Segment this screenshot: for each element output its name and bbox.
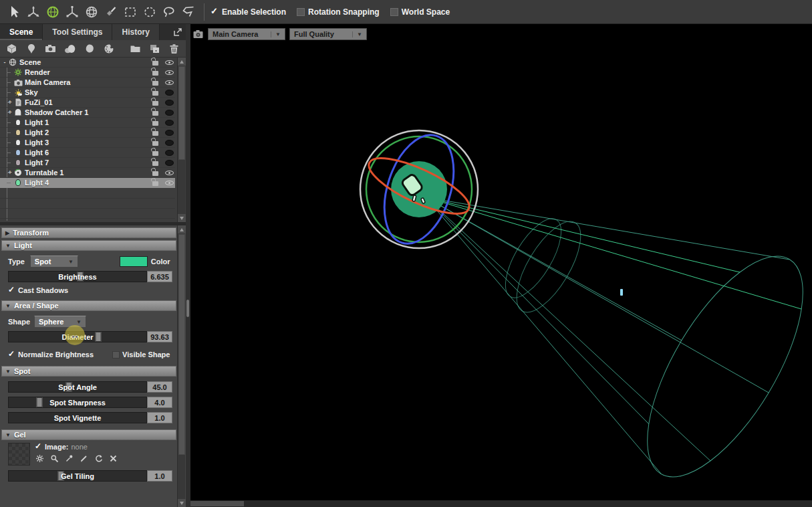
spot-angle-value-field[interactable]: 45.0 xyxy=(147,381,172,393)
brightness-value-field[interactable]: 6.635 xyxy=(147,271,172,282)
spot-vignette-value-field[interactable]: 1.0 xyxy=(147,412,172,423)
light-filter-button[interactable] xyxy=(25,43,37,55)
hscroll-thumb[interactable] xyxy=(190,501,244,506)
visible-shape-checkbox[interactable] xyxy=(112,351,120,359)
diameter-value-field[interactable]: 93.63 xyxy=(147,331,172,342)
visibility-eye-icon[interactable] xyxy=(165,130,174,136)
new-folder-button[interactable] xyxy=(129,43,142,55)
rotation-snapping-option[interactable]: Rotation Snapping xyxy=(297,7,380,17)
scroll-thumb[interactable] xyxy=(178,66,185,160)
light-type-dropdown[interactable]: Spot ▼ xyxy=(30,256,78,268)
environment-filter-button[interactable] xyxy=(63,43,76,55)
lock-icon[interactable] xyxy=(152,91,158,96)
duplicate-button[interactable] xyxy=(148,43,161,55)
visibility-eye-icon[interactable] xyxy=(165,100,174,106)
lock-icon[interactable] xyxy=(152,141,158,146)
move-tool-button[interactable] xyxy=(23,3,43,21)
enable-selection-option[interactable]: Enable Selection xyxy=(211,7,286,17)
visibility-eye-icon[interactable] xyxy=(165,170,174,176)
visible-shape-option[interactable]: Visible Shape xyxy=(112,350,170,359)
expander-icon[interactable]: - xyxy=(1,59,8,66)
tree-item-render[interactable]: Render xyxy=(0,68,175,78)
lock-icon[interactable] xyxy=(152,81,158,86)
gel-tiling-slider-track[interactable] xyxy=(8,470,147,482)
gel-image-checkbox[interactable] xyxy=(35,443,42,451)
lock-icon[interactable] xyxy=(152,61,158,66)
lock-icon[interactable] xyxy=(152,161,158,166)
brightness-slider-handle[interactable] xyxy=(78,272,84,282)
spot-sharpness-slider-track[interactable] xyxy=(8,397,147,408)
normalize-brightness-option[interactable]: Normalize Brightness xyxy=(8,350,94,359)
scroll-thumb[interactable] xyxy=(178,234,185,455)
tree-item-main-camera[interactable]: Main Camera xyxy=(0,78,175,88)
quality-select-dropdown[interactable]: Full Quality ▼ xyxy=(289,28,367,40)
rotation-snapping-checkbox[interactable] xyxy=(297,8,305,16)
marquee-select-tool-button[interactable] xyxy=(120,3,140,21)
tab-tool-settings[interactable]: Tool Settings xyxy=(43,24,112,40)
visibility-eye-icon[interactable] xyxy=(165,80,174,86)
properties-scrollbar[interactable] xyxy=(177,225,185,507)
diameter-slider-track[interactable] xyxy=(8,331,147,342)
cast-shadows-checkbox[interactable] xyxy=(8,287,15,294)
tree-item-light-3[interactable]: Light 3 xyxy=(0,138,175,148)
lock-icon[interactable] xyxy=(152,121,158,126)
gel-clear-button[interactable] xyxy=(108,453,118,464)
lock-icon[interactable] xyxy=(152,71,158,76)
gel-section-header[interactable]: ▼ Gel xyxy=(1,429,176,440)
delete-button[interactable] xyxy=(168,43,180,55)
shape-filter-button[interactable] xyxy=(83,43,96,55)
tree-item-shadow-catcher[interactable]: + Shadow Catcher 1 xyxy=(0,108,175,118)
polygon-select-tool-button[interactable] xyxy=(178,3,198,21)
lock-icon[interactable] xyxy=(152,101,158,106)
tree-item-light-2[interactable]: Light 2 xyxy=(0,128,175,138)
spot-sharpness-slider-handle[interactable] xyxy=(36,397,42,407)
lock-icon[interactable] xyxy=(152,181,158,186)
cast-shadows-option[interactable]: Cast Shadows xyxy=(8,286,178,294)
gel-settings-button[interactable] xyxy=(35,453,45,464)
visibility-eye-icon[interactable] xyxy=(165,90,174,96)
visibility-eye-icon[interactable] xyxy=(165,180,174,186)
tree-item-scene[interactable]: - Scene xyxy=(0,58,175,68)
visibility-eye-icon[interactable] xyxy=(165,60,174,66)
pivot-tool-button[interactable] xyxy=(101,3,120,21)
visibility-eye-icon[interactable] xyxy=(165,70,174,76)
gel-reload-button[interactable] xyxy=(94,453,104,464)
scroll-up-arrow[interactable] xyxy=(178,225,186,233)
trackball-tool-button[interactable] xyxy=(82,3,101,21)
tree-item-light-1[interactable]: Light 1 xyxy=(0,118,175,128)
geometry-filter-button[interactable] xyxy=(5,43,18,55)
visibility-eye-icon[interactable] xyxy=(165,120,174,126)
gel-tiling-slider-handle[interactable] xyxy=(57,471,63,481)
scale-tool-button[interactable] xyxy=(62,3,82,21)
spot-angle-slider-handle[interactable] xyxy=(66,382,72,392)
transform-section-header[interactable]: ▶ Transform xyxy=(1,227,176,238)
tree-item-sky[interactable]: Sky xyxy=(0,88,175,98)
gel-eyedropper-button[interactable] xyxy=(64,453,74,464)
tree-item-light-6[interactable]: Light 6 xyxy=(0,148,175,158)
spot-vignette-slider-track[interactable] xyxy=(8,412,147,423)
diameter-slider-handle[interactable] xyxy=(96,332,102,342)
area-shape-section-header[interactable]: ▼ Area / Shape xyxy=(1,300,176,311)
expander-icon[interactable]: + xyxy=(7,109,13,116)
tab-scene[interactable]: Scene xyxy=(0,24,43,40)
scroll-down-arrow[interactable] xyxy=(178,214,186,222)
viewport-3d[interactable]: Main Camera ▼ Full Quality ▼ xyxy=(190,24,812,500)
lock-icon[interactable] xyxy=(152,151,158,156)
scroll-up-arrow[interactable] xyxy=(178,58,186,66)
visibility-eye-icon[interactable] xyxy=(165,150,174,156)
light-gizmo-canvas[interactable] xyxy=(190,24,812,500)
gel-tiling-value-field[interactable]: 1.0 xyxy=(147,470,172,482)
popout-panel-button[interactable] xyxy=(170,24,186,40)
gel-edit-button[interactable] xyxy=(79,453,89,464)
lock-icon[interactable] xyxy=(152,131,158,136)
visibility-eye-icon[interactable] xyxy=(165,160,174,166)
world-space-checkbox[interactable] xyxy=(390,8,398,16)
tree-item-turntable[interactable]: + Turntable 1 xyxy=(0,168,175,178)
lock-icon[interactable] xyxy=(152,171,158,176)
ellipse-select-tool-button[interactable] xyxy=(140,3,159,21)
camera-filter-button[interactable] xyxy=(44,43,57,55)
gel-image-option[interactable]: Image: none xyxy=(35,443,88,451)
select-tool-button[interactable] xyxy=(4,3,23,21)
scroll-down-arrow[interactable] xyxy=(178,499,186,507)
panel-resize-divider[interactable] xyxy=(186,24,190,507)
